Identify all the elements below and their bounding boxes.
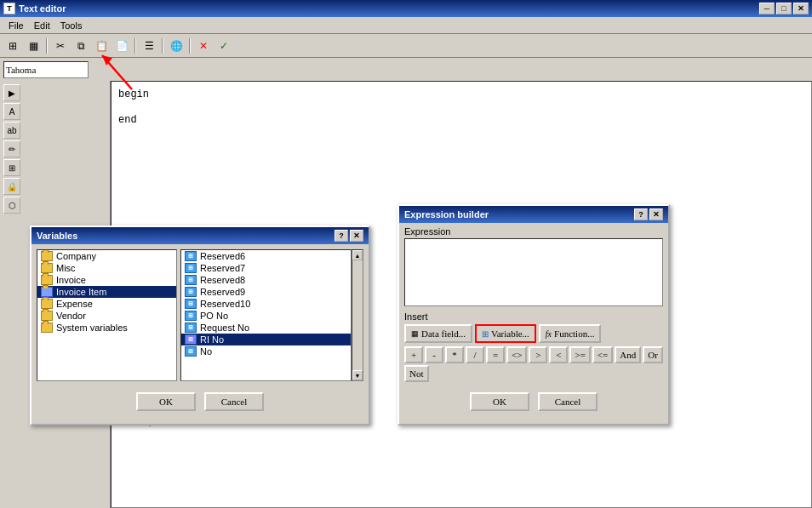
toolbar-sep3 [162,38,163,54]
expr-title-controls: ? ✕ [634,208,663,220]
menu-bar: File Edit Tools [0,17,812,34]
var-icon-rino: ⊞ [185,334,197,345]
op-equals[interactable]: = [486,346,505,363]
expr-close-btn[interactable]: ✕ [649,208,663,220]
toolbar-cut-btn[interactable]: ✂ [51,37,70,55]
op-multiply[interactable]: * [445,346,464,363]
variables-dialog-buttons: OK Cancel [31,389,369,414]
op-plus[interactable]: + [404,346,423,363]
list-item-requestno[interactable]: ⊞ Request No [181,322,351,334]
var-icon-requestno: ⊞ [185,322,197,333]
expression-textarea[interactable] [404,238,663,306]
expression-label: Expression [404,226,663,237]
scroll-down[interactable]: ▼ [352,370,363,380]
variables-title-controls: ? ✕ [335,230,363,242]
op-and[interactable]: And [615,346,641,363]
list-item-rino[interactable]: ⊞ RI No [181,334,351,345]
maximize-button[interactable]: □ [776,3,792,14]
menu-edit[interactable]: Edit [29,19,55,32]
list-item-reserved10[interactable]: ⊞ Reserved10 [181,298,351,310]
list-item-pono[interactable]: ⊞ PO No [181,310,351,322]
list-item-no[interactable]: ⊞ No [181,345,351,357]
close-button[interactable]: ✕ [793,3,809,14]
insert-section: Insert ▦ Data field... ⊞ Variable... fx … [404,311,663,382]
tree-item-expense[interactable]: Expense [37,298,176,310]
variables-help-btn[interactable]: ? [335,230,348,242]
app-title: Text editor [19,3,66,14]
folder-icon-system [41,322,53,333]
editor-line1: begin [118,88,804,100]
op-greater[interactable]: > [529,346,547,363]
var-icon-reserved9: ⊞ [185,287,197,297]
expression-dialog-buttons: OK Cancel [399,389,668,414]
op-lte[interactable]: <= [592,346,613,363]
list-scrollbar[interactable]: ▲ ▼ [352,249,363,381]
variables-cancel-btn[interactable]: Cancel [204,392,264,411]
variables-close-btn[interactable]: ✕ [350,230,363,242]
expr-ok-btn[interactable]: OK [470,392,529,411]
toolbar2 [0,58,812,82]
folder-icon-vendor [41,311,53,321]
sidebar-tools: ▶ A ab ✏ ⊞ 🔒 ⬡ [0,81,110,217]
minimize-button[interactable]: ─ [759,3,775,14]
toolbar-paste2-btn[interactable]: 📄 [112,37,131,55]
tree-item-misc[interactable]: Misc [37,262,176,274]
op-not[interactable]: Not [404,365,429,382]
list-item-reserved9[interactable]: ⊞ Reserved9 [181,286,351,298]
var-icon-reserved10: ⊞ [185,299,197,309]
op-notequal[interactable]: <> [506,346,527,363]
variable-btn[interactable]: ⊞ Variable... [475,324,536,343]
toolbar-copy-btn[interactable]: ⧉ [71,37,90,55]
toolbar-monitor-btn[interactable]: ⊞ [3,37,22,55]
sidebar-btn-2[interactable]: A [3,103,20,120]
op-gte[interactable]: >= [569,346,590,363]
toolbar-grid-btn[interactable]: ▦ [24,37,43,55]
op-or[interactable]: Or [643,346,663,363]
toolbar-paste-btn[interactable]: 📋 [92,37,111,55]
menu-file[interactable]: File [3,19,29,32]
sidebar-btn-4[interactable]: ✏ [3,140,20,157]
variables-ok-btn[interactable]: OK [136,392,196,411]
insert-buttons: ▦ Data field... ⊞ Variable... fx Functio… [404,324,663,343]
font-selector[interactable] [3,61,89,78]
toolbar-align-btn[interactable]: ☰ [140,37,158,55]
toolbar-check-btn[interactable]: ✓ [214,37,233,55]
op-less[interactable]: < [549,346,568,363]
list-panel[interactable]: ⊞ Reserved6 ⊞ Reserved7 ⊞ Reserved8 ⊞ Re… [180,249,352,381]
toolbar-cancel-btn[interactable]: ✕ [194,37,213,55]
expr-help-btn[interactable]: ? [634,208,648,220]
sidebar-btn-5[interactable]: ⊞ [3,159,20,176]
toolbar-sep4 [189,38,191,54]
expr-cancel-btn[interactable]: Cancel [538,392,598,411]
tree-item-invoice-item[interactable]: Invoice Item [37,286,176,298]
menu-tools[interactable]: Tools [55,19,88,32]
op-minus[interactable]: - [425,346,443,363]
insert-label: Insert [404,311,663,322]
var-icon-reserved7: ⊞ [185,263,197,273]
tree-panel[interactable]: Company Misc Invoice Invoice Item Expens… [37,249,177,381]
sidebar-btn-1[interactable]: ▶ [3,84,20,101]
list-item-reserved8[interactable]: ⊞ Reserved8 [181,274,351,286]
var-icon-reserved8: ⊞ [185,275,197,285]
tree-item-vendor[interactable]: Vendor [37,310,176,322]
toolbar-globe-btn[interactable]: 🌐 [167,37,186,55]
sidebar-btn-7[interactable]: ⬡ [3,197,20,214]
main-window: T Text editor ─ □ ✕ File Edit Tools ⊞ ▦ … [0,0,812,508]
list-item-reserved6[interactable]: ⊞ Reserved6 [181,250,351,262]
list-item-reserved7[interactable]: ⊞ Reserved7 [181,262,351,274]
tree-item-system[interactable]: System variables [37,322,176,334]
title-bar-controls: ─ □ ✕ [759,3,809,14]
op-divide[interactable]: / [466,346,484,363]
tree-item-company[interactable]: Company [37,250,176,262]
scroll-up[interactable]: ▲ [352,250,363,260]
variables-content: Company Misc Invoice Invoice Item Expens… [31,244,369,389]
tree-item-invoice[interactable]: Invoice [37,274,176,286]
app-icon: T [3,3,15,14]
sidebar-btn-6[interactable]: 🔒 [3,178,20,195]
data-field-btn[interactable]: ▦ Data field... [404,324,472,343]
toolbar-sep2 [134,38,136,54]
sidebar-btn-3[interactable]: ab [3,122,20,139]
editor-line2: end [118,114,804,126]
var-icon-no: ⊞ [185,346,197,357]
function-btn[interactable]: fx Function... [539,324,602,343]
